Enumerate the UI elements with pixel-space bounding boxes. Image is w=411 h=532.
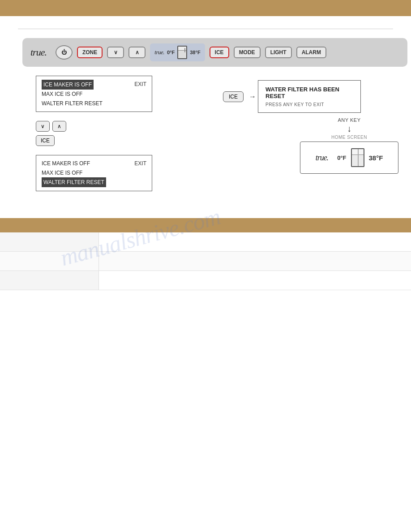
home-screen-box: true. 0°F 38°F [300, 142, 398, 174]
home-screen-logo: true. [316, 153, 329, 163]
header-bar [0, 0, 411, 16]
alarm-button[interactable]: ALARM [296, 47, 326, 58]
table-row [0, 252, 411, 271]
power-button[interactable]: ⏻ [56, 45, 73, 60]
zone-button[interactable]: ZONE [77, 47, 103, 58]
diagram-left: ICE MAKER IS OFF EXIT MAX ICE IS OFF WAL… [36, 76, 206, 200]
alarm-label: ALARM [302, 49, 321, 56]
table-cell-value [98, 252, 411, 271]
reset-sub-text: PRESS ANY KEY TO EXIT [265, 102, 353, 107]
panel-home-display: true. 0°F 38°F [150, 43, 205, 61]
home-fridge-icon [351, 148, 364, 167]
diag-ice-label: ICE [41, 137, 50, 144]
power-icon: ⏻ [61, 49, 67, 56]
top-content: true. ⏻ ZONE ∨ ∧ true. 0°F 38°F [0, 16, 411, 205]
table-row [0, 232, 411, 252]
bottom-table [0, 232, 411, 290]
table-cell-value [98, 232, 411, 252]
diag-up-button[interactable]: ∧ [52, 121, 66, 132]
panel-temp-right: 38°F [190, 50, 200, 55]
menu2-item1: ICE MAKER IS OFF [42, 160, 90, 167]
flow-section: ICE → WATER FILTER HAS BEEN RESET PRESS … [219, 80, 398, 113]
diag-ice-button[interactable]: ICE [36, 135, 55, 146]
home-fridge-hinge [358, 149, 359, 166]
flow-ice-label: ICE [229, 94, 238, 100]
ice-button[interactable]: ICE [210, 47, 229, 58]
menu2-item2: MAX ICE IS OFF [42, 170, 82, 176]
menu-box-1: ICE MAKER IS OFF EXIT MAX ICE IS OFF WAL… [36, 76, 152, 112]
true-logo: true. [30, 47, 47, 58]
menu1-item1-highlighted: ICE MAKER IS OFF [42, 80, 94, 90]
down-button[interactable]: ∨ [107, 47, 124, 58]
reset-main-text: WATER FILTER HAS BEEN RESET [265, 86, 353, 99]
table-cell-value [98, 271, 411, 290]
menu1-exit[interactable]: EXIT [134, 80, 146, 89]
mode-label: MODE [239, 49, 255, 56]
flow-ice-button[interactable]: ICE [223, 91, 244, 102]
any-key-section: ANY KEY ↓ HOME SCREEN true. 0°F 38°F [300, 117, 398, 174]
fridge-icon [177, 46, 187, 59]
table-cell-label [0, 232, 98, 252]
table-row [0, 271, 411, 290]
mode-button[interactable]: MODE [234, 47, 261, 58]
menu1-item3: WALTER FILTER RESET [42, 100, 103, 107]
menu1-item2: MAX ICE IS OFF [42, 91, 82, 97]
any-key-label: ANY KEY [338, 117, 361, 123]
panel-display-logo: true. [154, 49, 164, 56]
menu2-item3-highlighted: WALTER FILTER RESET [42, 177, 106, 187]
diag-down-button[interactable]: ∨ [36, 121, 50, 132]
fridge-handle [184, 48, 185, 52]
up-icon: ∧ [135, 49, 139, 56]
zone-label: ZONE [82, 49, 97, 56]
bottom-bar [0, 218, 411, 232]
panel-temp-left: 0°F [167, 50, 175, 55]
home-screen-label: HOME SCREEN [331, 135, 367, 140]
reset-box: WATER FILTER HAS BEEN RESET PRESS ANY KE… [258, 80, 361, 113]
any-key-arrow: ↓ [347, 124, 351, 134]
table-cell-label [0, 252, 98, 271]
control-panel: true. ⏻ ZONE ∨ ∧ true. 0°F 38°F [22, 38, 407, 67]
diagram-right: ICE → WATER FILTER HAS BEEN RESET PRESS … [219, 76, 398, 200]
divider [18, 29, 393, 29]
menu2-exit[interactable]: EXIT [134, 159, 146, 168]
home-temp-right: 38°F [369, 154, 383, 162]
arrow-buttons-group: ∨ ∧ [36, 121, 206, 132]
flow-arrow: → [249, 93, 256, 101]
home-temp-left: 0°F [337, 154, 346, 161]
light-label: LIGHT [270, 49, 287, 56]
light-button[interactable]: LIGHT [265, 47, 292, 58]
up-button[interactable]: ∧ [128, 47, 146, 58]
menu-box-2: ICE MAKER IS OFF EXIT MAX ICE IS OFF WAL… [36, 155, 152, 191]
ice-label: ICE [215, 49, 224, 56]
diagram-area: ICE MAKER IS OFF EXIT MAX ICE IS OFF WAL… [18, 76, 393, 200]
down-icon: ∨ [114, 49, 118, 56]
table-cell-label [0, 271, 98, 290]
